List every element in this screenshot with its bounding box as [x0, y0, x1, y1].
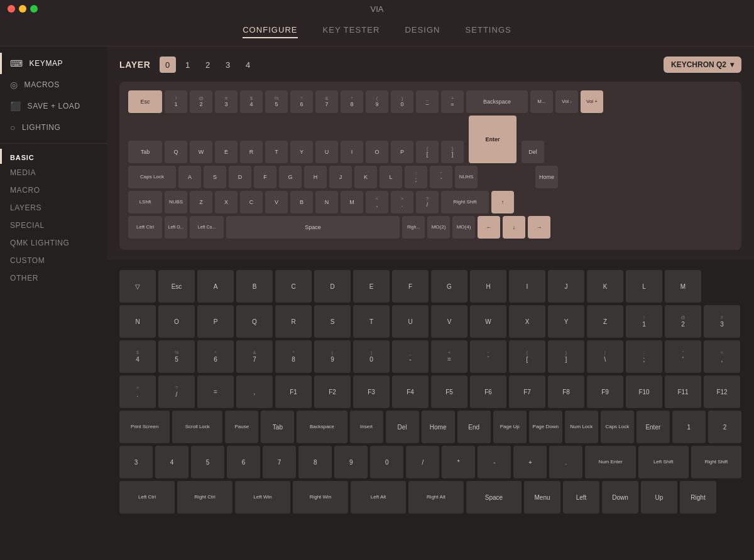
km-key-r[interactable]: R: [275, 305, 312, 338]
key-capslock[interactable]: Caps Lock: [128, 166, 176, 188]
key-m-key[interactable]: M: [341, 191, 363, 213]
km-key-rctrl[interactable]: Right Ctrl: [177, 481, 232, 514]
km-key-lwin[interactable]: Left Win: [235, 481, 290, 514]
sidebar-item-keymap[interactable]: ⌨ KEYMAP: [0, 53, 107, 74]
key-equals[interactable]: +=: [441, 90, 464, 113]
km-key-n[interactable]: N: [119, 305, 156, 338]
km-key-left[interactable]: Left: [563, 481, 599, 514]
km-key-k[interactable]: K: [587, 270, 623, 303]
minimize-button[interactable]: [19, 5, 26, 13]
km-key-right[interactable]: Right: [680, 481, 716, 514]
km-key-d[interactable]: D: [314, 270, 351, 303]
km-key-f5[interactable]: F5: [431, 375, 467, 408]
km-key-u[interactable]: U: [392, 305, 429, 338]
km-key-question[interactable]: ?/: [158, 375, 195, 408]
key-p[interactable]: P: [391, 141, 413, 163]
km-key-b[interactable]: B: [236, 270, 273, 303]
key-x[interactable]: X: [215, 191, 238, 213]
key-lbracket[interactable]: {[: [416, 141, 439, 163]
key-3[interactable]: #3: [215, 90, 238, 113]
km-key-pageup[interactable]: Page Up: [493, 411, 527, 443]
km-key-del[interactable]: Del: [386, 411, 419, 443]
key-e[interactable]: E: [215, 141, 238, 163]
sidebar-item-custom[interactable]: CUSTOM: [0, 252, 107, 269]
key-v[interactable]: V: [265, 191, 288, 213]
km-key-enter[interactable]: Enter: [637, 411, 670, 443]
km-key-at[interactable]: @2: [665, 305, 701, 338]
key-backspace[interactable]: Backspace: [466, 90, 528, 113]
sidebar-item-macros[interactable]: ◎ MACROS: [0, 74, 107, 95]
km-key-num9[interactable]: 9: [334, 446, 368, 478]
key-semicolon[interactable]: :;: [405, 166, 427, 188]
key-rbracket[interactable]: }]: [441, 141, 464, 163]
layer-btn-4[interactable]: 4: [240, 57, 256, 73]
km-key-y[interactable]: Y: [548, 305, 584, 338]
sidebar-item-special[interactable]: SPECIAL: [0, 217, 107, 234]
km-key-x[interactable]: X: [509, 305, 545, 338]
km-key-z[interactable]: Z: [587, 305, 623, 338]
km-key-c[interactable]: C: [275, 270, 312, 303]
km-key-tab[interactable]: Tab: [261, 411, 294, 443]
km-key-numenter[interactable]: Num Enter: [585, 446, 635, 478]
km-key-numstar[interactable]: *: [442, 446, 475, 478]
key-comma[interactable]: <,: [366, 191, 388, 213]
key-up[interactable]: ↑: [491, 191, 514, 213]
key-slash[interactable]: ?/: [416, 191, 439, 213]
tab-settings[interactable]: SETTINGS: [465, 25, 511, 38]
km-key-h[interactable]: H: [470, 270, 506, 303]
km-key-num0[interactable]: 0: [370, 446, 403, 478]
key-mo4[interactable]: MO(4): [452, 216, 475, 239]
km-key-rcurl[interactable]: }]: [548, 340, 584, 373]
km-key-p[interactable]: P: [197, 305, 234, 338]
km-key-f3[interactable]: F3: [353, 375, 390, 408]
km-key-f11[interactable]: F11: [665, 375, 701, 408]
km-key-f4[interactable]: F4: [392, 375, 429, 408]
km-key-down[interactable]: Down: [602, 481, 638, 514]
key-0[interactable]: )0: [391, 90, 413, 113]
layer-btn-2[interactable]: 2: [200, 57, 216, 73]
km-key-t[interactable]: T: [353, 305, 390, 338]
km-key-f2[interactable]: F2: [314, 375, 351, 408]
tab-configure[interactable]: CONFIGURE: [243, 25, 297, 38]
key-r[interactable]: R: [240, 141, 263, 163]
km-key-numlk[interactable]: Num Lock: [565, 411, 598, 443]
km-key-esc[interactable]: Esc: [158, 270, 195, 303]
key-j[interactable]: J: [329, 166, 352, 188]
km-key-f10[interactable]: F10: [626, 375, 662, 408]
key-a[interactable]: A: [178, 166, 201, 188]
km-key-comma[interactable]: ,: [236, 375, 273, 408]
key-d[interactable]: D: [229, 166, 251, 188]
km-key-lt[interactable]: <,: [704, 340, 740, 373]
key-c[interactable]: C: [240, 191, 263, 213]
key-f[interactable]: F: [254, 166, 276, 188]
sidebar-item-layers[interactable]: LAYERS: [0, 199, 107, 217]
km-key-a[interactable]: A: [197, 270, 234, 303]
km-key-num1[interactable]: 1: [672, 411, 706, 443]
km-key-asterisk[interactable]: *8: [275, 340, 312, 373]
km-key-pause[interactable]: Pause: [225, 411, 258, 443]
km-key-lalt[interactable]: Left Alt: [351, 481, 406, 514]
key-h[interactable]: H: [304, 166, 327, 188]
km-key-f6[interactable]: F6: [470, 375, 506, 408]
key-6[interactable]: ^6: [290, 90, 313, 113]
km-key-lcurl[interactable]: {[: [509, 340, 545, 373]
layer-btn-1[interactable]: 1: [180, 57, 196, 73]
km-key-rshift[interactable]: Right Shift: [691, 446, 741, 478]
km-key-end[interactable]: End: [457, 411, 491, 443]
layer-btn-3[interactable]: 3: [220, 57, 236, 73]
key-t[interactable]: T: [265, 141, 288, 163]
km-key-placeholder[interactable]: ▽: [119, 270, 156, 303]
km-key-f12[interactable]: F12: [704, 375, 740, 408]
key-9[interactable]: (9: [366, 90, 388, 113]
km-key-dollar[interactable]: $4: [119, 340, 156, 373]
key-lshift[interactable]: LShft: [128, 191, 162, 213]
km-key-pagedown[interactable]: Page Down: [529, 411, 562, 443]
key-1[interactable]: !1: [165, 90, 187, 113]
key-rshift[interactable]: Right Shift: [441, 191, 489, 213]
key-mo2[interactable]: MO(2): [427, 216, 450, 239]
close-button[interactable]: [8, 5, 15, 13]
key-u[interactable]: U: [315, 141, 338, 163]
km-key-percent[interactable]: %5: [158, 340, 195, 373]
key-q[interactable]: Q: [165, 141, 187, 163]
key-5[interactable]: %5: [265, 90, 288, 113]
